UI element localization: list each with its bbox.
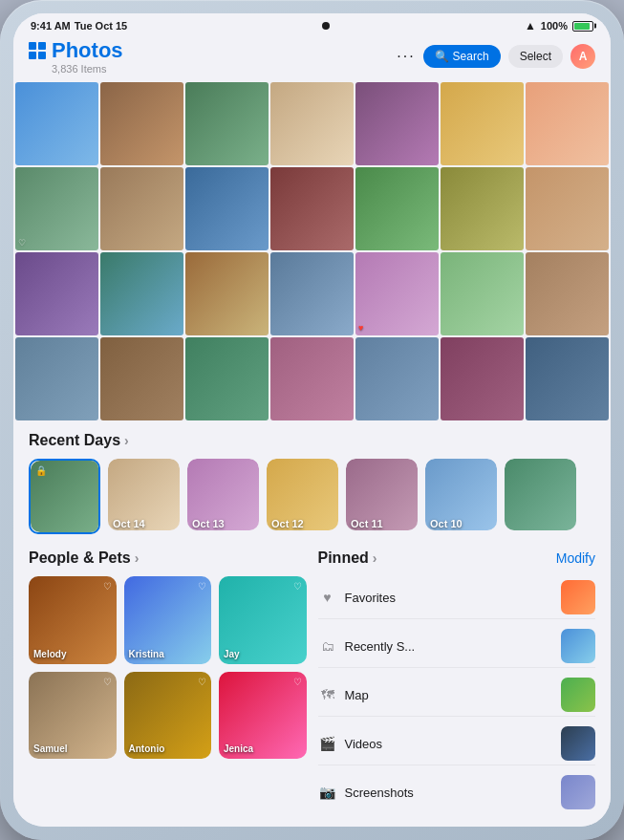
- photo-cell[interactable]: [185, 252, 269, 335]
- heart-filled-icon: ♥: [358, 323, 363, 333]
- pinned-title: Pinned: [318, 549, 369, 567]
- photo-cell-inner: [100, 82, 183, 165]
- recent-days-title: Recent Days: [29, 432, 120, 449]
- person-heart-icon: ♡: [293, 677, 302, 687]
- photo-cell[interactable]: [270, 167, 354, 250]
- search-button[interactable]: 🔍 Search: [423, 45, 501, 68]
- people-grid: ♡ Melody ♡ Kristina ♡ Jay ♡ Samuel ♡ Ant…: [29, 576, 307, 759]
- day-thumbnail[interactable]: Oct 12: [267, 459, 338, 534]
- photo-cell[interactable]: ♥: [355, 252, 439, 335]
- modify-button[interactable]: Modify: [556, 550, 595, 566]
- photo-cell-inner: [15, 337, 98, 420]
- photo-cell[interactable]: [526, 82, 609, 165]
- pinned-item-thumbnail: [561, 678, 595, 712]
- photo-cell[interactable]: ♡: [15, 167, 98, 250]
- photos-header: Photos 3,836 Items ··· 🔍 Search Select A: [13, 34, 611, 82]
- photo-cell[interactable]: [355, 82, 439, 165]
- photo-cell[interactable]: [185, 167, 269, 250]
- person-thumbnail[interactable]: ♡ Jenica: [219, 672, 307, 760]
- pinned-item[interactable]: 📷 Screenshots: [318, 771, 596, 813]
- status-time: 9:41 AM: [31, 20, 71, 32]
- day-thumb-image: [505, 459, 576, 530]
- photo-cell-inner: [526, 167, 609, 250]
- person-thumbnail[interactable]: ♡ Samuel: [29, 672, 117, 760]
- photo-cell-inner: [355, 337, 439, 420]
- photo-cell[interactable]: [526, 252, 609, 335]
- grid-view-icon[interactable]: [29, 42, 46, 59]
- people-pets-section: People & Pets › ♡ Melody ♡ Kristina ♡ Ja…: [29, 549, 307, 813]
- person-thumbnail[interactable]: ♡ Melody: [29, 576, 117, 664]
- lock-icon: 🔒: [35, 465, 47, 476]
- day-label: Oct 10: [430, 518, 463, 529]
- day-thumbnail[interactable]: Oct 13: [187, 459, 259, 534]
- photo-cell[interactable]: [526, 167, 609, 250]
- photo-cell-inner: [270, 82, 354, 165]
- photo-cell[interactable]: [15, 337, 98, 420]
- photo-cell[interactable]: [441, 167, 524, 250]
- photo-cell-inner: [270, 252, 354, 335]
- photo-grid: ♡ ♥: [13, 82, 611, 420]
- pinned-chevron[interactable]: ›: [373, 550, 377, 566]
- person-heart-icon: ♡: [293, 581, 302, 592]
- status-bar: 9:41 AM Tue Oct 15 ▲ 100%: [13, 13, 611, 34]
- pinned-item-name: Screenshots: [345, 786, 554, 800]
- photo-cell-inner: [15, 82, 98, 165]
- photo-cell[interactable]: [185, 337, 269, 420]
- person-name: Jenica: [224, 743, 253, 754]
- photo-cell[interactable]: [526, 337, 609, 420]
- people-pets-chevron[interactable]: ›: [135, 550, 140, 566]
- page-title: Photos: [52, 38, 123, 63]
- photo-cell-inner: [441, 337, 524, 420]
- battery-indicator: [572, 21, 593, 32]
- photo-cell-inner: ♥: [355, 252, 439, 335]
- avatar[interactable]: A: [570, 44, 595, 69]
- select-button[interactable]: Select: [508, 45, 563, 68]
- recent-days-chevron[interactable]: ›: [124, 433, 129, 448]
- person-thumbnail[interactable]: ♡ Jay: [219, 576, 307, 664]
- photo-cell[interactable]: [355, 167, 439, 250]
- day-thumbnail[interactable]: Oct 11: [346, 459, 418, 534]
- photo-cell[interactable]: [100, 252, 183, 335]
- photo-cell-inner: [100, 167, 183, 250]
- photo-cell[interactable]: [270, 337, 354, 420]
- photo-cell[interactable]: [441, 82, 524, 165]
- photo-cell-inner: [185, 337, 269, 420]
- person-heart-icon: ♡: [103, 581, 112, 592]
- photo-cell[interactable]: [270, 82, 354, 165]
- photo-cell[interactable]: [270, 252, 354, 335]
- pinned-item-icon: 📷: [318, 785, 337, 800]
- day-label: Oct 11: [351, 518, 383, 529]
- pinned-item[interactable]: 🗺 Map: [318, 674, 596, 717]
- more-options-button[interactable]: ···: [397, 48, 415, 65]
- ipad-device: 9:41 AM Tue Oct 15 ▲ 100% Photos: [0, 0, 624, 840]
- photo-cell[interactable]: [15, 252, 98, 335]
- pinned-item-thumbnail: [561, 580, 595, 614]
- photo-cell-inner: ♡: [15, 167, 98, 250]
- photo-cell-inner: [185, 82, 269, 165]
- day-thumbnail[interactable]: 🔒: [29, 459, 100, 534]
- pinned-section: Pinned › Modify ♥ Favorites 🗂 Recently S…: [318, 549, 596, 813]
- person-thumbnail[interactable]: ♡ Antonio: [124, 672, 212, 760]
- main-content[interactable]: Recent Days › 🔒 Oct 14 Oct 13 Oct 12 Oct…: [13, 420, 611, 827]
- recent-days-scroll[interactable]: 🔒 Oct 14 Oct 13 Oct 12 Oct 11 Oct 10: [29, 459, 595, 534]
- photo-cell[interactable]: [355, 337, 439, 420]
- day-thumbnail[interactable]: Oct 14: [108, 459, 180, 534]
- pinned-item[interactable]: 🗂 Recently S...: [318, 625, 596, 668]
- header-actions: ··· 🔍 Search Select A: [397, 44, 595, 69]
- person-thumbnail[interactable]: ♡ Kristina: [124, 576, 212, 664]
- photo-cell-inner: [526, 337, 609, 420]
- day-thumbnail[interactable]: [505, 459, 576, 534]
- pinned-item[interactable]: ♥ Favorites: [318, 576, 596, 619]
- photo-cell[interactable]: [100, 167, 183, 250]
- day-thumbnail[interactable]: Oct 10: [425, 459, 497, 534]
- bottom-sections: People & Pets › ♡ Melody ♡ Kristina ♡ Ja…: [13, 542, 611, 827]
- photo-cell[interactable]: [441, 337, 524, 420]
- photo-cell[interactable]: [15, 82, 98, 165]
- photo-cell[interactable]: [100, 82, 183, 165]
- photo-cell[interactable]: [100, 337, 183, 420]
- photo-cell[interactable]: [185, 82, 269, 165]
- pinned-item-icon: ♥: [318, 590, 337, 605]
- recent-days-section: Recent Days › 🔒 Oct 14 Oct 13 Oct 12 Oct…: [13, 420, 611, 542]
- pinned-item[interactable]: 🎬 Videos: [318, 722, 596, 765]
- photo-cell[interactable]: [441, 252, 524, 335]
